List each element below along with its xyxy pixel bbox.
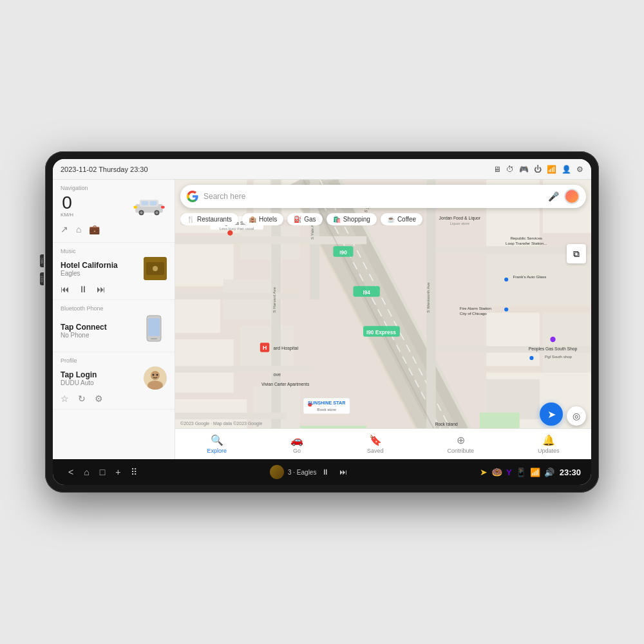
svg-point-17 bbox=[151, 371, 160, 380]
datetime: 2023-11-02 Thursday 23:30 bbox=[61, 166, 148, 173]
profile-name: Tap Login bbox=[61, 370, 138, 379]
recent-button[interactable]: □ bbox=[95, 467, 110, 477]
carplay-icon[interactable]: 📱 bbox=[516, 468, 526, 477]
location-button[interactable]: ◎ bbox=[567, 406, 586, 426]
gas-pill[interactable]: ⛽ Gas bbox=[287, 213, 322, 225]
nav-direction-icon[interactable]: ↗ bbox=[61, 224, 68, 234]
favorite-icon[interactable]: ☆ bbox=[61, 393, 69, 404]
svg-point-7 bbox=[156, 211, 158, 214]
coffee-label: Coffee bbox=[397, 216, 416, 223]
svg-text:Vivian Carter Apartments: Vivian Carter Apartments bbox=[261, 382, 310, 387]
svg-text:Republic Services: Republic Services bbox=[510, 236, 542, 240]
coffee-pill[interactable]: ☕ Coffee bbox=[381, 213, 422, 225]
svg-text:Rock Island: Rock Island bbox=[435, 422, 458, 426]
hotels-pill[interactable]: 🏨 Hotels bbox=[242, 213, 283, 225]
gas-label: Gas bbox=[304, 216, 316, 223]
phone-svg bbox=[144, 314, 164, 346]
svg-point-57 bbox=[227, 231, 232, 236]
restaurants-label: Restaurants bbox=[197, 216, 232, 223]
bluetooth-label: Bluetooth Phone bbox=[61, 305, 167, 312]
updates-label: Updates bbox=[538, 448, 560, 454]
profile-subtitle: DUDU Auto bbox=[61, 379, 138, 386]
next-button[interactable]: ⏭ bbox=[97, 284, 106, 294]
shopping-pill[interactable]: 🛍️ Shopping bbox=[327, 213, 377, 225]
volume-icon[interactable]: 🔊 bbox=[544, 468, 554, 477]
home-icon: ⌂ bbox=[84, 467, 89, 477]
svg-text:I90 Express: I90 Express bbox=[366, 330, 396, 336]
google-logo bbox=[187, 191, 198, 202]
mic-button[interactable]: MIC bbox=[40, 254, 44, 267]
svg-point-12 bbox=[153, 266, 158, 271]
saved-tab[interactable]: 🔖 Saved bbox=[367, 434, 384, 454]
pause-button[interactable]: ⏸ bbox=[79, 284, 88, 294]
yahoo-icon[interactable]: Y bbox=[506, 468, 512, 477]
category-pills: 🍴 Restaurants 🏨 Hotels ⛽ Gas 🛍️ Shopping bbox=[180, 213, 586, 225]
settings-icon[interactable]: ⚙ bbox=[576, 165, 583, 174]
next-track-btn[interactable]: ⏭ bbox=[334, 468, 352, 477]
shopping-icon: 🛍️ bbox=[333, 216, 341, 223]
wifi-icon[interactable]: 📶 bbox=[547, 165, 556, 174]
explore-tab[interactable]: 🔍 Explore bbox=[207, 434, 227, 454]
svg-rect-47 bbox=[175, 413, 287, 419]
explore-label: Explore bbox=[207, 448, 227, 454]
speed-value: 0 bbox=[62, 194, 72, 212]
grid-button[interactable]: ⠿ bbox=[126, 467, 142, 477]
svg-rect-36 bbox=[543, 313, 591, 373]
location-arrow-icon[interactable]: ➤ bbox=[480, 467, 488, 477]
svg-text:I90: I90 bbox=[339, 250, 347, 256]
now-playing-avatar bbox=[270, 465, 284, 479]
add-button[interactable]: + bbox=[110, 467, 126, 477]
main-content: Navigation 0 KM/H bbox=[53, 180, 591, 459]
svg-point-70 bbox=[550, 337, 555, 342]
map-search-bar[interactable]: Search here 🎤 bbox=[180, 185, 586, 208]
refresh-icon[interactable]: ↻ bbox=[78, 393, 86, 404]
back-button[interactable]: < bbox=[63, 467, 79, 477]
restaurants-pill[interactable]: 🍴 Restaurants bbox=[180, 213, 238, 225]
now-playing: 3 · Eagles bbox=[270, 465, 316, 479]
settings-icon[interactable]: ⚙ bbox=[95, 393, 103, 404]
svg-text:SUNSHINE STAR: SUNSHINE STAR bbox=[308, 400, 346, 406]
svg-text:Less busy than usual: Less busy than usual bbox=[220, 227, 254, 231]
mic-icon[interactable]: 🎤 bbox=[548, 191, 559, 202]
svg-text:Fire Alarm Station: Fire Alarm Station bbox=[460, 306, 492, 310]
power-icon[interactable]: ⏻ bbox=[534, 165, 542, 174]
svg-rect-9 bbox=[161, 205, 164, 208]
hotels-label: Hotels bbox=[259, 216, 277, 223]
nav-briefcase-icon[interactable]: 💼 bbox=[89, 224, 100, 234]
map-area[interactable]: I90 I94 I90 Express Citgo Gas Station Le… bbox=[175, 180, 591, 459]
prev-button[interactable]: ⏮ bbox=[61, 284, 70, 294]
timer-icon[interactable]: ⏱ bbox=[506, 165, 514, 174]
play-pause-btn[interactable]: ⏸ bbox=[316, 468, 334, 477]
svg-rect-28 bbox=[175, 339, 234, 393]
album-art bbox=[144, 257, 167, 280]
profile-label: Profile bbox=[61, 357, 167, 364]
navigate-button[interactable]: ➤ bbox=[540, 402, 563, 426]
coffee-icon: ☕ bbox=[387, 216, 395, 223]
contribute-tab[interactable]: ⊕ Contribute bbox=[447, 434, 474, 454]
display-icon[interactable]: 🖥 bbox=[493, 165, 501, 174]
music-content: Hotel California Eagles bbox=[61, 257, 167, 280]
steering-icon[interactable]: 🎮 bbox=[519, 165, 529, 174]
map-layers-button[interactable]: ⧉ bbox=[567, 244, 586, 263]
go-tab[interactable]: 🚗 Go bbox=[290, 434, 303, 454]
svg-rect-2 bbox=[142, 201, 149, 205]
donut-icon[interactable]: 🍩 bbox=[491, 467, 502, 477]
svg-text:S Harvard Ave: S Harvard Ave bbox=[272, 287, 276, 312]
svg-text:H: H bbox=[263, 345, 267, 351]
updates-tab[interactable]: 🔔 Updates bbox=[538, 434, 560, 454]
svg-rect-46 bbox=[175, 366, 314, 372]
search-placeholder: Search here bbox=[204, 192, 543, 201]
account-icon[interactable]: 👤 bbox=[562, 165, 571, 174]
profile-avatar bbox=[144, 366, 167, 390]
user-avatar[interactable] bbox=[564, 189, 580, 204]
nav-home-icon[interactable]: ⌂ bbox=[76, 224, 81, 234]
rst-button[interactable]: RST bbox=[40, 272, 44, 285]
svg-text:Loop Transfer Station...: Loop Transfer Station... bbox=[506, 241, 547, 245]
bluetooth-info: Tap Connect No Phone bbox=[61, 323, 136, 339]
svg-rect-24 bbox=[175, 240, 234, 286]
wifi-sys-icon[interactable]: 📶 bbox=[530, 468, 540, 477]
svg-rect-45 bbox=[175, 293, 300, 299]
navigate-icon: ➤ bbox=[547, 408, 556, 421]
home-button[interactable]: ⌂ bbox=[79, 467, 94, 477]
nav-icons: ↗ ⌂ 💼 bbox=[61, 222, 167, 237]
